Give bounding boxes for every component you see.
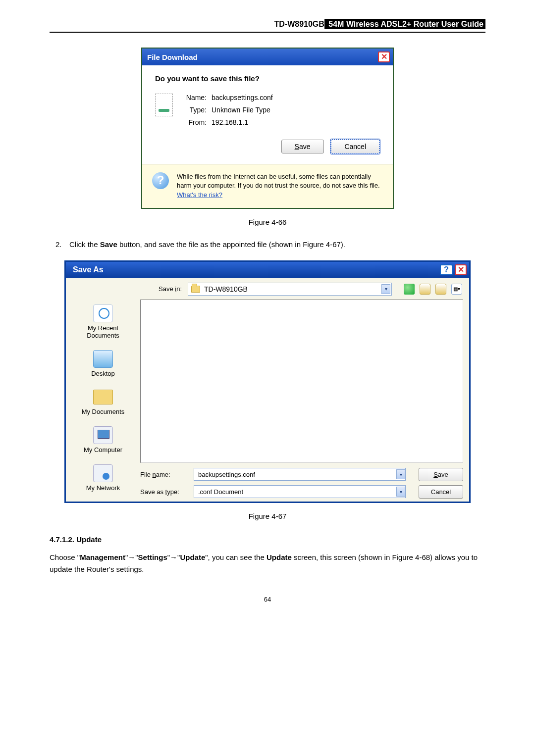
place-my-computer[interactable]: My Computer — [69, 426, 137, 454]
save-button-label: ave — [299, 143, 311, 151]
section-paragraph: Choose "Management"→"Settings"→"Update",… — [50, 552, 485, 576]
desktop-icon — [93, 350, 113, 368]
new-folder-icon[interactable] — [435, 284, 446, 295]
place-recent[interactable]: My Recent Documents — [69, 304, 137, 339]
label-from: From: — [183, 116, 212, 129]
file-download-dialog: File Download ✕ Do you want to save this… — [141, 48, 394, 209]
place-my-network[interactable]: My Network — [69, 464, 137, 492]
cancel-button[interactable]: Cancel — [330, 139, 380, 154]
my-network-icon — [93, 464, 113, 482]
header-title: 54M Wireless ADSL2+ Router User Guide — [324, 19, 485, 29]
recent-documents-icon — [93, 304, 113, 322]
chevron-down-icon[interactable]: ▾ — [381, 284, 390, 294]
step-2-text: Click the Save button, and save the file… — [50, 239, 485, 251]
figure-67-caption: Figure 4-67 — [50, 512, 485, 520]
filename-input[interactable]: backupsettings.conf ▾ — [194, 468, 406, 481]
page-number: 64 — [50, 596, 485, 603]
dialog-titlebar[interactable]: File Download ✕ — [142, 49, 393, 65]
savetype-label: Save as type: — [140, 488, 188, 496]
savetype-combo[interactable]: .conf Document ▾ — [194, 485, 406, 498]
help-icon: ? — [152, 172, 169, 189]
close-icon[interactable]: ✕ — [455, 264, 467, 275]
page-header: TD-W8910GB 54M Wireless ADSL2+ Router Us… — [50, 20, 485, 33]
close-icon[interactable]: ✕ — [378, 51, 390, 62]
header-model: TD-W8910GB — [274, 20, 324, 28]
chevron-down-icon[interactable]: ▾ — [396, 469, 405, 479]
saveas-title-text: Save As — [73, 265, 104, 274]
label-name: Name: — [183, 92, 212, 104]
filename-label: File name: — [140, 471, 188, 478]
value-name: backupsettings.conf — [212, 92, 273, 104]
back-icon[interactable] — [404, 284, 415, 295]
save-button[interactable]: Save — [419, 468, 463, 481]
save-as-dialog: Save As ? ✕ Save in: TD-W8910GB ▾ ▦▾ — [64, 260, 471, 503]
saveas-titlebar[interactable]: Save As ? ✕ — [66, 262, 469, 278]
places-bar: My Recent Documents Desktop My Documents… — [66, 300, 140, 502]
place-my-documents[interactable]: My Documents — [69, 388, 137, 415]
dialog-title-text: File Download — [147, 53, 198, 61]
chevron-down-icon[interactable]: ▾ — [396, 487, 405, 497]
savein-label: Save in: — [73, 285, 182, 293]
value-from: 192.168.1.1 — [212, 116, 248, 129]
my-computer-icon — [93, 426, 113, 444]
whats-the-risk-link[interactable]: What's the risk? — [177, 191, 222, 199]
save-button[interactable]: Save — [281, 140, 324, 153]
save-question: Do you want to save this file? — [155, 74, 380, 83]
cancel-button[interactable]: Cancel — [419, 485, 463, 499]
figure-66-caption: Figure 4-66 — [50, 218, 485, 226]
my-documents-icon — [93, 388, 113, 406]
savein-combo[interactable]: TD-W8910GB ▾ — [188, 283, 392, 296]
label-type: Type: — [183, 104, 212, 116]
place-desktop[interactable]: Desktop — [69, 350, 137, 377]
folder-icon — [191, 286, 200, 293]
file-list-area[interactable] — [140, 300, 463, 463]
help-icon[interactable]: ? — [440, 264, 453, 275]
section-heading: 4.7.1.2. Update — [50, 535, 485, 544]
file-icon — [155, 94, 173, 116]
savein-value: TD-W8910GB — [204, 285, 248, 293]
value-type: Unknown File Type — [212, 104, 270, 116]
up-one-level-icon[interactable] — [420, 284, 430, 295]
warning-text: While files from the Internet can be use… — [177, 172, 383, 201]
views-icon[interactable]: ▦▾ — [451, 284, 462, 295]
